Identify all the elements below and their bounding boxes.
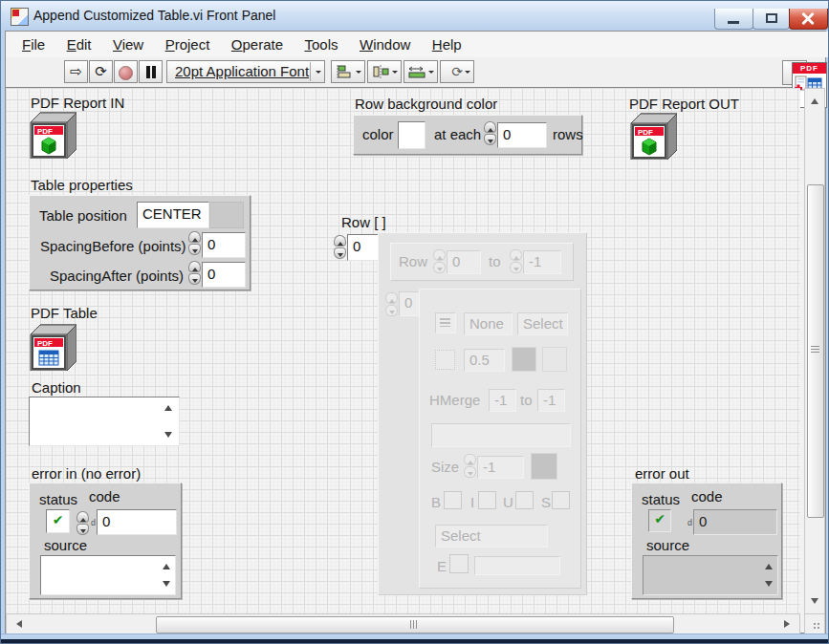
row-color-box[interactable] [398, 121, 425, 149]
align-objects-icon [336, 65, 355, 79]
error-out-status-label: status [642, 491, 680, 507]
pdf-report-in-label: PDF Report IN [31, 95, 124, 111]
menu-file[interactable]: File [13, 32, 54, 57]
menu-view[interactable]: View [104, 32, 152, 57]
pdf-report-out-label: PDF Report OUT [629, 96, 739, 112]
italic-checkbox [478, 491, 496, 509]
e-label: E [437, 558, 447, 574]
chevron-down-icon [316, 71, 321, 76]
distribute-objects-icon [372, 65, 391, 79]
resize-grip[interactable] [804, 613, 825, 634]
window-client-area: File Edit View Project Operate Tools Win… [5, 31, 826, 633]
strike-label: S [541, 494, 551, 510]
table-position-field[interactable]: CENTER [137, 202, 209, 228]
run-continuously-button[interactable]: ⟳ [89, 60, 113, 83]
abort-icon [119, 66, 133, 80]
chevron-down-icon [356, 71, 361, 76]
chevron-down-icon [465, 71, 470, 76]
error-in-source-scroll[interactable] [160, 557, 172, 593]
caption-scroll[interactable] [162, 398, 174, 444]
labview-window: Append Customized Table.vi Front Panel F… [0, 0, 829, 644]
titlebar: Append Customized Table.vi Front Panel [1, 1, 828, 31]
scroll-up-icon[interactable] [811, 95, 818, 104]
background-color-box [542, 347, 567, 372]
svg-text:PDF: PDF [37, 127, 53, 136]
caption-label: Caption [32, 379, 81, 396]
alignment-select-button: Select [517, 312, 568, 335]
error-in-status-checkbox[interactable]: ✔ [46, 509, 70, 533]
row-to-field: -1 [523, 250, 561, 274]
row-cluster-disabled: Row 0 to -1 0 None Select [378, 232, 587, 595]
menu-help[interactable]: Help [424, 32, 470, 57]
toolbar: ⇨ ⟳ 20pt Application Font [6, 57, 825, 88]
menu-project[interactable]: Project [157, 32, 219, 57]
front-panel-workspace: PDF Report IN PDF Row background color c… [6, 88, 800, 613]
at-each-label: at each [434, 126, 481, 142]
hmerge-from-field: -1 [489, 389, 516, 412]
menu-operate[interactable]: Operate [223, 32, 292, 57]
spacing-before-field[interactable]: 0 [202, 232, 246, 258]
e-checkbox [449, 554, 469, 573]
maximize-button[interactable] [753, 9, 790, 30]
underline-checkbox [515, 491, 534, 509]
vertical-scrollbar[interactable] [804, 88, 825, 614]
resize-objects-icon [408, 65, 427, 79]
row-array-index-field[interactable]: 0 [347, 234, 379, 261]
menu-tools[interactable]: Tools [295, 32, 346, 57]
reorder-button[interactable]: ⟳ [440, 60, 474, 83]
pause-button[interactable] [139, 60, 163, 83]
align-objects-button[interactable] [331, 60, 365, 83]
error-out-code-field: 0 [693, 509, 777, 535]
minimize-icon [728, 21, 739, 24]
hmerge-label: HMerge [429, 392, 480, 408]
error-in-cluster: status code ✔ d 0 source [29, 483, 182, 599]
horizontal-scroll-thumb[interactable] [156, 616, 674, 633]
menu-window[interactable]: Window [351, 32, 419, 57]
color-label: color [362, 126, 394, 142]
resize-objects-button[interactable] [404, 60, 438, 83]
alignment-icon-box [435, 312, 456, 333]
vertical-scroll-thumb[interactable] [807, 184, 824, 518]
error-in-source-field[interactable] [40, 555, 176, 595]
spacing-after-field[interactable]: 0 [202, 262, 246, 288]
font-ring-selector[interactable]: 20pt Application Font [166, 60, 325, 83]
size-spinner [464, 454, 476, 479]
close-button[interactable] [789, 9, 828, 30]
row-array-index-spinner[interactable] [334, 235, 346, 261]
pdf-table-icon[interactable]: PDF [29, 323, 76, 371]
spacing-after-spinner[interactable] [188, 261, 201, 287]
align-lines-icon [440, 318, 450, 327]
inner-index-spinner [385, 292, 398, 317]
distribute-objects-button[interactable] [367, 60, 402, 83]
size-field: -1 [477, 456, 524, 479]
pdf-banner: PDF [793, 63, 826, 74]
svg-text:PDF: PDF [37, 339, 53, 348]
error-out-source-label: source [646, 537, 689, 553]
table-properties-label: Table properties [31, 177, 133, 193]
error-in-code-field[interactable]: 0 [97, 509, 177, 535]
spacing-before-label: SpacingBefore (points) [40, 238, 186, 254]
at-each-value-field[interactable]: 0 [497, 122, 547, 148]
scroll-right-icon[interactable] [784, 620, 794, 628]
at-each-spinner[interactable] [484, 121, 496, 147]
table-position-extra [209, 202, 244, 228]
horizontal-scrollbar[interactable] [6, 613, 800, 634]
scroll-left-icon[interactable] [12, 620, 22, 628]
run-continuously-icon: ⟳ [95, 63, 107, 79]
caption-field[interactable] [29, 397, 180, 446]
strike-checkbox [552, 491, 570, 509]
rows-label: rows [553, 126, 583, 142]
error-out-code-radix: d [687, 518, 692, 527]
minimize-button[interactable] [714, 9, 753, 30]
bold-checkbox [444, 491, 462, 509]
to-label: to [489, 253, 501, 269]
error-in-label: error in (no error) [32, 465, 141, 482]
scroll-down-icon[interactable] [811, 598, 818, 608]
spacing-before-spinner[interactable] [188, 231, 201, 257]
labview-vi-icon[interactable] [11, 8, 29, 26]
error-in-code-spinner[interactable] [76, 511, 89, 537]
run-button[interactable]: ⇨ [64, 60, 88, 83]
pdf-report-in-icon[interactable]: PDF [29, 111, 76, 159]
hmerge-to-label: to [520, 392, 533, 408]
menu-edit[interactable]: Edit [58, 32, 100, 57]
